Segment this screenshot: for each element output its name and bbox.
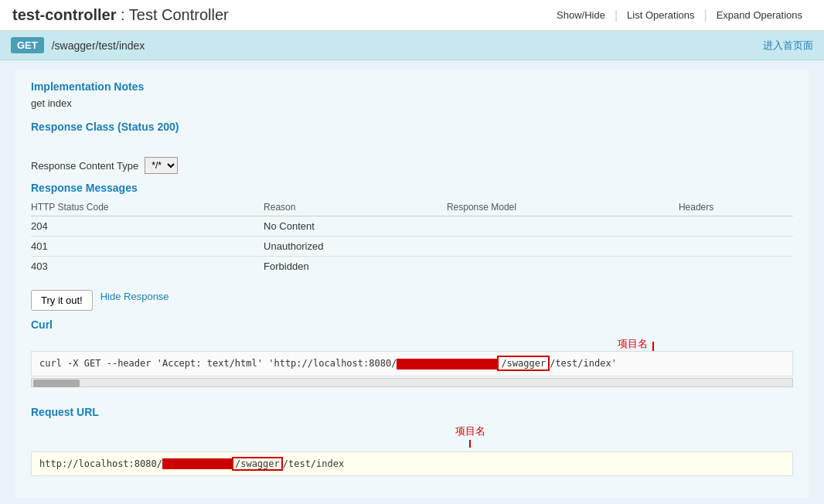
headers-cell <box>679 216 793 237</box>
expand-operations-link[interactable]: Expand Operations <box>707 9 812 21</box>
list-operations-link[interactable]: List Operations <box>618 9 703 21</box>
url-box: http://localhost:8080//swagger/test/inde… <box>31 451 793 477</box>
headers-cell <box>679 257 793 277</box>
status-code: 401 <box>31 237 264 257</box>
col-header-reason: Reason <box>264 199 447 216</box>
section-inner: Implementation Notes get index Response … <box>15 70 809 498</box>
reason: Forbidden <box>264 257 447 277</box>
headers-cell <box>679 237 793 257</box>
url-redacted-segment <box>162 458 232 469</box>
curl-title: Curl <box>31 318 793 331</box>
curl-command-box: curl -X GET --header 'Accept: text/html'… <box>31 351 793 376</box>
response-messages-table: HTTP Status Code Reason Response Model H… <box>31 199 793 276</box>
table-row: 204 No Content <box>31 216 793 237</box>
response-model <box>447 257 679 277</box>
response-content-type-select[interactable]: */* <box>145 157 178 174</box>
curl-redacted-segment <box>397 359 497 369</box>
table-row: 401 Unauthorized <box>31 237 793 257</box>
reason: No Content <box>264 216 447 237</box>
response-messages-title: Response Messages <box>31 182 793 194</box>
response-class-title: Response Class (Status 200) <box>31 121 793 133</box>
curl-command-suffix: /test/index' <box>550 358 617 369</box>
controller-name: test-controller <box>12 6 116 23</box>
curl-path-highlighted: /swagger <box>497 356 550 371</box>
try-it-out-button[interactable]: Try it out! <box>31 290 93 311</box>
url-swagger-highlighted: /swagger <box>232 457 283 471</box>
implementation-notes-title: Implementation Notes <box>31 80 793 93</box>
curl-section: Curl 项目名 curl -X GET --header 'Accept: t… <box>31 311 793 392</box>
reason: Unauthorized <box>264 237 447 257</box>
status-code: 403 <box>31 257 264 277</box>
get-endpoint-bar: GET /swagger/test/index 进入首页面 <box>0 31 824 60</box>
curl-scroll-thumb <box>33 380 80 387</box>
controller-title: test-controller : Test Controller <box>12 6 229 24</box>
main-section: Implementation Notes get index Response … <box>0 60 824 504</box>
actions-row: Try it out! Hide Response <box>31 282 793 311</box>
url-annotation-wrapper: 项目名 <box>147 424 793 450</box>
separator: : <box>116 6 128 23</box>
col-header-headers: Headers <box>679 199 793 216</box>
url-suffix: /test/index <box>283 458 344 469</box>
http-method-badge: GET <box>11 37 44 53</box>
header-nav: Show/Hide | List Operations | Expand Ope… <box>547 9 812 22</box>
homepage-link[interactable]: 进入首页面 <box>763 39 813 53</box>
table-row: 403 Forbidden <box>31 257 793 277</box>
curl-annotation-wrapper: 项目名 <box>31 337 654 351</box>
curl-scrollbar[interactable] <box>31 378 793 387</box>
request-url-section: Request URL 项目名 http://localhost:8080//s… <box>31 398 793 488</box>
url-annotation: 项目名 <box>455 425 485 437</box>
implementation-notes-text: get index <box>31 97 793 109</box>
curl-annotation: 项目名 <box>618 338 648 349</box>
hide-response-link[interactable]: Hide Response <box>100 291 169 302</box>
col-header-status: HTTP Status Code <box>31 199 264 216</box>
response-model <box>447 216 679 237</box>
status-code: 204 <box>31 216 264 237</box>
page-header: test-controller : Test Controller Show/H… <box>0 0 824 31</box>
response-model <box>447 237 679 257</box>
endpoint-path: /swagger/test/index <box>52 39 145 52</box>
show-hide-link[interactable]: Show/Hide <box>547 9 615 21</box>
col-header-model: Response Model <box>447 199 679 216</box>
request-url-title: Request URL <box>31 406 793 418</box>
url-prefix: http://localhost:8080/ <box>39 458 162 469</box>
response-content-type-label: Response Content Type <box>31 160 138 172</box>
response-content-type-row: Response Content Type */* <box>31 157 793 174</box>
controller-label: Test Controller <box>129 6 229 23</box>
curl-command-prefix: curl -X GET --header 'Accept: text/html'… <box>39 358 397 369</box>
